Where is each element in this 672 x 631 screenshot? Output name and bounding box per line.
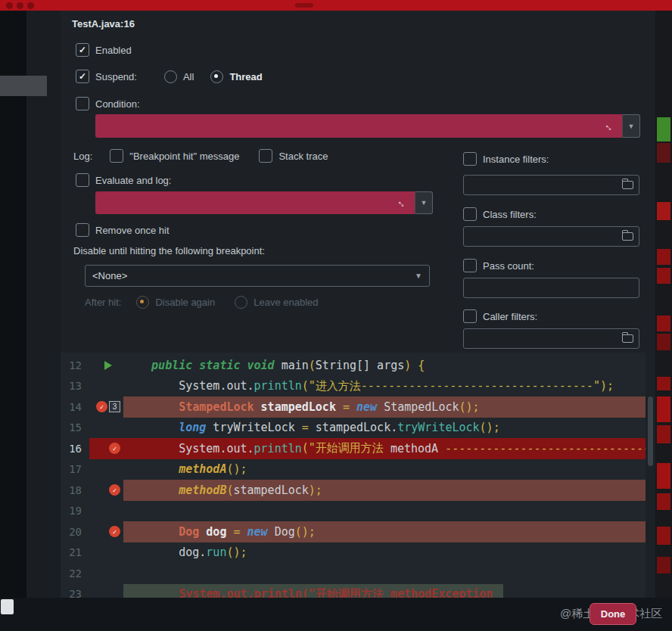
instance-filters-checkbox[interactable] [463, 152, 477, 166]
done-button[interactable]: Done [590, 603, 636, 625]
project-panel-selected-item[interactable] [0, 76, 47, 96]
code-line[interactable]: 22 [61, 563, 655, 584]
gutter[interactable]: ✓ [89, 438, 123, 459]
code-line[interactable]: 19 [61, 501, 655, 522]
line-number: 13 [61, 380, 89, 392]
evaluate-checkbox[interactable] [76, 173, 89, 187]
remove-once-hit-label: Remove once hit [95, 225, 170, 236]
gutter[interactable]: ✓ [89, 521, 123, 542]
code-line[interactable]: 16✓ System.out.println("开始调用方法 methodA -… [61, 438, 655, 459]
code-text[interactable] [123, 501, 646, 522]
window-minimize-button[interactable] [17, 2, 23, 9]
code-line[interactable]: 21 dog.run(); [61, 542, 655, 564]
evaluate-dropdown-button[interactable]: ▼ [415, 191, 433, 214]
code-line[interactable]: 23 System.out.println("开始调用方法 methodExce… [61, 584, 655, 598]
code-text[interactable]: methodA(); [123, 459, 646, 480]
stripe-mark[interactable] [657, 117, 670, 141]
code-line[interactable]: 20✓ Dog dog = new Dog(); [61, 521, 655, 542]
code-text[interactable]: System.out.println("进入方法----------------… [123, 376, 646, 397]
stripe-mark[interactable] [657, 396, 670, 422]
stripe-mark[interactable] [657, 249, 670, 265]
code-text[interactable] [123, 563, 646, 584]
caller-filters-row: Caller filters: [463, 306, 537, 326]
stripe-mark[interactable] [657, 143, 670, 163]
chevron-down-icon: ▼ [415, 272, 422, 280]
gutter[interactable] [89, 418, 123, 439]
suspend-thread-radio[interactable] [210, 70, 223, 83]
gutter[interactable] [89, 459, 123, 480]
suspend-checkbox[interactable] [76, 70, 89, 83]
stripe-mark[interactable] [657, 527, 670, 545]
code-text[interactable]: System.out.println("开始调用方法 methodA -----… [123, 438, 646, 459]
window-zoom-button[interactable] [27, 2, 34, 9]
code-text[interactable]: public static void main(String[] args) { [123, 355, 646, 376]
caller-filters-input[interactable] [463, 328, 639, 349]
code-line[interactable]: 18✓ methodB(stampedLock); [61, 480, 655, 501]
evaluate-input[interactable]: ↔ [95, 191, 415, 214]
expand-icon[interactable]: ↔ [394, 194, 410, 210]
code-text[interactable]: methodB(stampedLock); [123, 480, 646, 501]
window-close-button[interactable] [6, 2, 13, 9]
breakpoint-icon[interactable]: ✓ [109, 443, 120, 454]
breakpoint-icon[interactable]: ✓ [109, 526, 120, 537]
code-text[interactable]: StampedLock stampedLock = new StampedLoc… [123, 396, 646, 418]
disable-until-dropdown[interactable]: <None> ▼ [85, 265, 430, 287]
stripe-mark[interactable] [657, 268, 670, 284]
stripe-mark[interactable] [657, 425, 670, 443]
suspend-all-radio[interactable] [164, 70, 177, 83]
code-editor[interactable]: 12 public static void main(String[] args… [61, 353, 655, 598]
leave-enabled-radio[interactable] [235, 296, 247, 309]
stripe-mark[interactable] [657, 493, 670, 510]
folder-icon[interactable] [622, 181, 633, 189]
gutter[interactable] [89, 501, 123, 522]
suspend-thread-label: Thread [229, 71, 262, 82]
line-number: 23 [61, 588, 89, 598]
stripe-mark[interactable] [657, 316, 670, 331]
code-text[interactable]: dog.run(); [123, 542, 646, 564]
folder-icon[interactable] [622, 232, 633, 241]
error-stripe[interactable] [655, 11, 672, 598]
condition-dropdown-button[interactable]: ▼ [622, 114, 640, 138]
gutter[interactable] [89, 563, 123, 584]
code-text[interactable]: long tryWriteLock = stampedLock.tryWrite… [123, 418, 646, 439]
code-line[interactable]: 12 public static void main(String[] args… [61, 355, 655, 376]
instance-filters-input[interactable] [463, 175, 639, 195]
condition-input[interactable]: ↔ [95, 114, 622, 138]
gutter[interactable]: ✓3 [89, 396, 123, 418]
remove-once-hit-checkbox[interactable] [76, 223, 89, 237]
breakpoint-icon[interactable]: ✓ [109, 484, 120, 496]
stripe-mark[interactable] [657, 377, 670, 390]
stripe-mark[interactable] [657, 202, 670, 220]
condition-checkbox[interactable] [76, 97, 89, 110]
folder-icon[interactable] [622, 334, 633, 343]
expand-icon[interactable]: ↔ [602, 118, 618, 134]
stripe-mark[interactable] [657, 463, 670, 489]
code-text[interactable]: System.out.println("开始调用方法 methodExcepti… [123, 584, 503, 598]
class-filters-input[interactable] [463, 226, 639, 247]
stripe-mark[interactable] [657, 334, 670, 350]
pass-count-checkbox[interactable] [463, 259, 477, 272]
code-line[interactable]: 15 long tryWriteLock = stampedLock.tryWr… [61, 418, 655, 439]
code-line[interactable]: 14✓3 StampedLock stampedLock = new Stamp… [61, 396, 655, 418]
class-filters-checkbox[interactable] [463, 207, 477, 221]
line-number: 14 [61, 401, 89, 413]
gutter[interactable] [89, 584, 123, 598]
stripe-mark[interactable] [657, 557, 670, 573]
code-line[interactable]: 13 System.out.println("进入方法-------------… [61, 376, 655, 397]
enabled-checkbox[interactable] [76, 43, 89, 57]
breakpoint-icon[interactable]: ✓ [96, 401, 107, 412]
code-text[interactable]: Dog dog = new Dog(); [123, 521, 646, 542]
run-icon[interactable] [104, 361, 112, 370]
gutter[interactable] [89, 542, 123, 564]
pass-count-input[interactable] [463, 278, 639, 298]
disable-again-radio[interactable] [136, 296, 149, 309]
condition-row: Condition: [76, 94, 140, 113]
caller-filters-checkbox[interactable] [463, 309, 477, 323]
editor-scrollbar[interactable] [646, 353, 655, 598]
stack-trace-checkbox[interactable] [259, 149, 272, 163]
gutter[interactable]: ✓ [89, 480, 123, 501]
log-hit-message-checkbox[interactable] [110, 149, 123, 163]
code-line[interactable]: 17 methodA(); [61, 459, 655, 480]
gutter[interactable] [89, 355, 123, 376]
gutter[interactable] [89, 376, 123, 397]
